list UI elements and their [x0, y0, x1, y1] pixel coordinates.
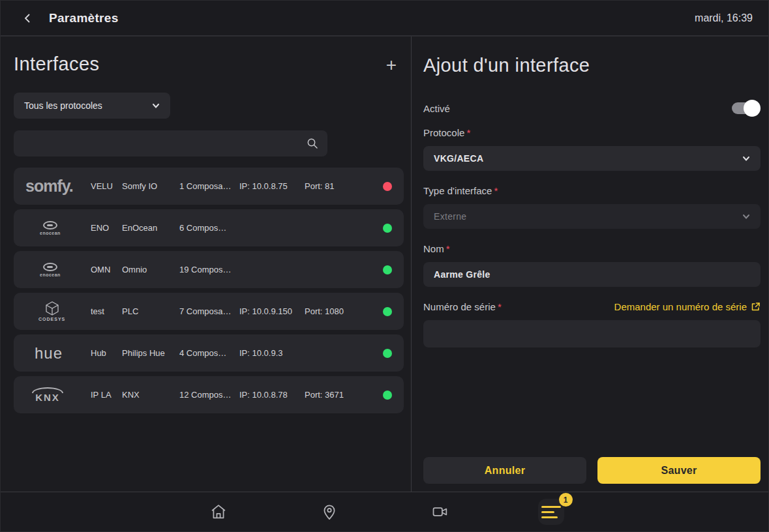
- type-interface-label: Type d'interface*: [423, 185, 761, 196]
- interface-protocol: Somfy IO: [122, 181, 179, 191]
- enabled-label: Activé: [423, 103, 450, 114]
- protocole-value: VKG/AECA: [434, 153, 483, 164]
- nav-home[interactable]: [163, 495, 274, 529]
- interface-name: IP LA: [91, 390, 117, 400]
- video-camera-icon: [431, 503, 449, 521]
- settings-screen: Paramètres mardi, 16:39 Interfaces + Tou…: [0, 0, 769, 532]
- interface-components: 6 Compos…: [179, 223, 239, 233]
- nav-camera[interactable]: [385, 495, 496, 529]
- interface-row[interactable]: CODESYStestPLC7 Composa…IP: 10.0.9.150Po…: [14, 293, 404, 330]
- nav-settings[interactable]: 1: [496, 495, 607, 529]
- interface-components: 7 Composa…: [179, 306, 239, 316]
- interface-port: Port: 1080: [305, 306, 363, 316]
- required-marker: *: [466, 127, 470, 138]
- interface-protocol: EnOcean: [122, 223, 179, 233]
- protocole-select[interactable]: VKG/AECA: [423, 146, 761, 171]
- interface-components: 12 Compos…: [179, 390, 239, 400]
- status-dot: [383, 391, 392, 400]
- required-marker: *: [446, 243, 450, 254]
- interface-ip: IP: 10.0.9.150: [239, 306, 305, 316]
- nav-location[interactable]: [274, 495, 385, 529]
- required-marker: *: [494, 185, 498, 196]
- codesys-logo: CODESYS: [38, 301, 65, 321]
- back-button[interactable]: [16, 7, 38, 29]
- status-dot: [383, 224, 392, 233]
- bottom-nav: 1: [1, 492, 768, 531]
- protocol-filter-select[interactable]: Tous les protocoles: [14, 93, 170, 119]
- interface-port: Port: 81: [305, 181, 363, 191]
- menu-lines-icon: [541, 506, 561, 518]
- chevron-down-icon: [742, 213, 750, 220]
- status-dot: [383, 182, 392, 191]
- interface-port: Port: 3671: [305, 390, 363, 400]
- interface-components: 19 Compos…: [179, 265, 239, 274]
- interface-protocol: PLC: [122, 306, 179, 316]
- interface-protocol: KNX: [122, 390, 179, 400]
- interface-ip: IP: 10.0.8.78: [239, 390, 305, 400]
- chevron-down-icon: [152, 102, 160, 110]
- notification-badge: 1: [559, 493, 573, 507]
- interface-list: somfy.VELUSomfy IO1 Composa…IP: 10.0.8.7…: [14, 168, 404, 413]
- location-pin-icon: [320, 503, 339, 521]
- status-dot: [383, 265, 392, 274]
- interface-components: 1 Composa…: [179, 181, 239, 191]
- interface-ip: IP: 10.0.8.75: [239, 181, 305, 191]
- form-title: Ajout d'un interface: [423, 55, 761, 76]
- status-dot: [383, 349, 392, 358]
- interface-row[interactable]: enoceanOMNOmnio19 Compos…: [14, 251, 404, 288]
- top-header: Paramètres mardi, 16:39: [1, 1, 768, 37]
- interface-name: ENO: [91, 223, 117, 233]
- cancel-button[interactable]: Annuler: [423, 457, 586, 484]
- interfaces-panel: Interfaces + Tous les protocoles somfy.V…: [1, 37, 412, 492]
- interface-row[interactable]: hueHubPhilips Hue4 Compos…IP: 10.0.9.3: [14, 334, 404, 372]
- add-interface-button[interactable]: +: [381, 53, 402, 77]
- type-interface-value: Externe: [434, 211, 466, 222]
- protocole-label: Protocole*: [423, 127, 761, 138]
- interface-row[interactable]: enoceanENOEnOcean6 Compos…: [14, 209, 404, 246]
- search-icon: [307, 138, 318, 149]
- interface-name: Hub: [91, 348, 117, 358]
- enocean-logo: enocean: [40, 221, 61, 235]
- search-box: [14, 130, 327, 156]
- interface-row[interactable]: somfy.VELUSomfy IO1 Composa…IP: 10.0.8.7…: [14, 168, 404, 205]
- serial-input[interactable]: [423, 320, 761, 347]
- nom-label: Nom*: [423, 243, 761, 254]
- knx-logo: KNX: [32, 387, 63, 403]
- hue-logo: hue: [35, 344, 63, 362]
- somfy-logo: somfy.: [25, 177, 73, 196]
- status-dot: [383, 307, 392, 316]
- page-title: Paramètres: [49, 11, 119, 25]
- save-button[interactable]: Sauver: [597, 457, 761, 484]
- toggle-knob: [744, 100, 761, 117]
- request-serial-link[interactable]: Demander un numéro de série: [614, 301, 761, 312]
- protocol-filter-value: Tous les protocoles: [24, 100, 102, 111]
- enocean-logo: enocean: [40, 263, 61, 277]
- chevron-left-icon: [22, 13, 33, 23]
- add-interface-form: Ajout d'un interface Activé Protocole* V…: [412, 37, 768, 492]
- external-link-icon: [751, 302, 761, 312]
- interface-row[interactable]: KNXIP LAKNX12 Compos…IP: 10.0.8.78Port: …: [14, 376, 404, 413]
- interface-name: OMN: [91, 265, 117, 274]
- chevron-down-icon: [742, 155, 750, 162]
- interface-name: test: [91, 306, 117, 316]
- interface-name: VELU: [91, 181, 117, 191]
- nom-input[interactable]: [423, 262, 761, 287]
- serial-label: Numéro de série*: [423, 301, 502, 312]
- main-content: Interfaces + Tous les protocoles somfy.V…: [1, 37, 768, 492]
- search-input[interactable]: [24, 138, 307, 149]
- home-icon: [209, 503, 228, 521]
- required-marker: *: [498, 301, 502, 312]
- interface-protocol: Philips Hue: [122, 348, 179, 358]
- interface-components: 4 Compos…: [179, 348, 239, 358]
- interface-ip: IP: 10.0.9.3: [239, 348, 305, 358]
- enabled-toggle[interactable]: [732, 100, 761, 117]
- interfaces-title: Interfaces: [14, 53, 99, 75]
- interface-protocol: Omnio: [122, 265, 179, 274]
- type-interface-select[interactable]: Externe: [423, 204, 761, 229]
- datetime-label: mardi, 16:39: [695, 12, 753, 24]
